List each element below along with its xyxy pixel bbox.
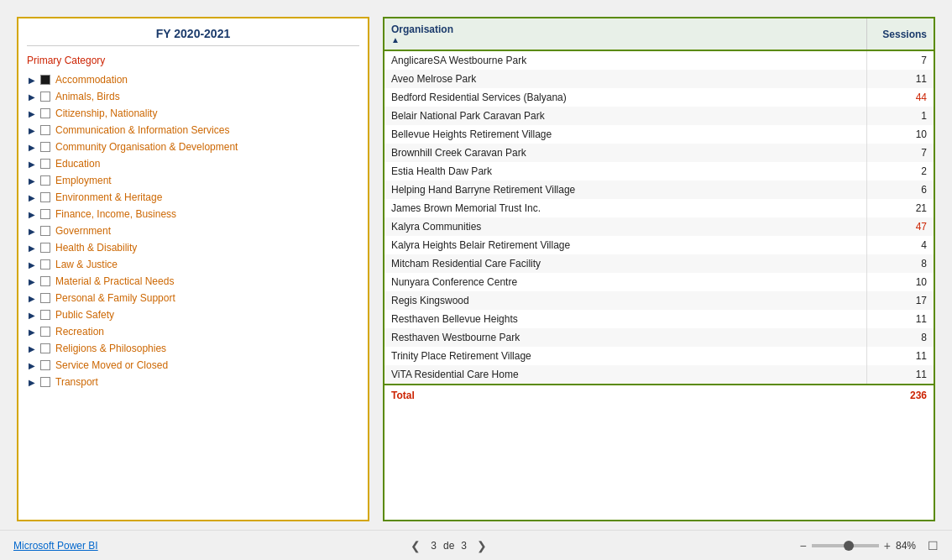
org-cell: AnglicareSA Westbourne Park: [384, 50, 866, 70]
expand-arrow-icon[interactable]: ▶: [29, 210, 37, 219]
sessions-cell: 11: [866, 70, 934, 88]
expand-arrow-icon[interactable]: ▶: [29, 344, 37, 353]
table-row[interactable]: Resthaven Westbourne Park8: [384, 328, 934, 347]
category-checkbox[interactable]: [40, 360, 50, 370]
expand-arrow-icon[interactable]: ▶: [29, 361, 37, 370]
category-checkbox[interactable]: [40, 259, 50, 270]
powerbi-link[interactable]: Microsoft Power BI: [13, 540, 98, 552]
table-row[interactable]: Estia Health Daw Park2: [384, 162, 934, 181]
sessions-cell: 11: [866, 347, 934, 365]
category-checkbox[interactable]: [40, 293, 50, 303]
category-checkbox[interactable]: [40, 276, 50, 286]
category-checkbox[interactable]: [40, 192, 50, 202]
prev-page-button[interactable]: ❮: [407, 539, 424, 552]
table-row[interactable]: Mitcham Residential Care Facility8: [384, 254, 934, 273]
expand-arrow-icon[interactable]: ▶: [29, 109, 37, 118]
category-item[interactable]: ▶Material & Practical Needs: [27, 273, 359, 290]
category-item[interactable]: ▶Environment & Heritage: [27, 189, 359, 206]
expand-arrow-icon[interactable]: ▶: [29, 243, 37, 253]
category-item[interactable]: ▶Transport: [27, 374, 359, 390]
category-label: Recreation: [55, 326, 104, 338]
expand-arrow-icon[interactable]: ▶: [29, 126, 37, 135]
table-row[interactable]: Helping Hand Barryne Retirement Village6: [384, 181, 934, 199]
org-header-label: Organisation: [391, 24, 453, 35]
category-checkbox[interactable]: [40, 159, 50, 169]
table-row[interactable]: James Brown Memorial Trust Inc.21: [384, 199, 934, 217]
expand-arrow-icon[interactable]: ▶: [29, 143, 37, 152]
category-checkbox[interactable]: [40, 108, 50, 118]
table-row[interactable]: Bedford Residential Services (Balyana)44: [384, 88, 934, 107]
expand-arrow-icon[interactable]: ▶: [29, 193, 37, 202]
category-item[interactable]: ▶Religions & Philosophies: [27, 340, 359, 357]
table-row[interactable]: Brownhill Creek Caravan Park7: [384, 144, 934, 162]
category-item[interactable]: ▶Recreation: [27, 323, 359, 340]
category-item[interactable]: ▶Animals, Birds: [27, 88, 359, 105]
category-checkbox[interactable]: [40, 226, 50, 236]
category-item[interactable]: ▶Public Safety: [27, 306, 359, 323]
table-row[interactable]: Kalyra Communities47: [384, 217, 934, 236]
next-page-button[interactable]: ❯: [473, 539, 490, 552]
page-total: 3: [461, 540, 467, 552]
zoom-in-icon[interactable]: +: [884, 539, 891, 552]
fullscreen-icon[interactable]: ☐: [928, 539, 939, 552]
category-item[interactable]: ▶Service Moved or Closed: [27, 357, 359, 374]
table-row[interactable]: Resthaven Bellevue Heights11: [384, 310, 934, 328]
expand-arrow-icon[interactable]: ▶: [29, 277, 37, 286]
category-checkbox[interactable]: [40, 377, 50, 387]
category-item[interactable]: ▶Government: [27, 222, 359, 239]
category-checkbox[interactable]: [40, 92, 50, 102]
category-checkbox[interactable]: [40, 125, 50, 135]
category-checkbox[interactable]: [40, 343, 50, 353]
category-checkbox[interactable]: [40, 175, 50, 186]
zoom-out-icon[interactable]: −: [800, 539, 807, 552]
expand-arrow-icon[interactable]: ▶: [29, 311, 37, 320]
table-row[interactable]: Kalyra Heights Belair Retirement Village…: [384, 236, 934, 254]
expand-arrow-icon[interactable]: ▶: [29, 227, 37, 236]
category-checkbox[interactable]: [40, 75, 50, 85]
category-checkbox[interactable]: [40, 310, 50, 320]
category-checkbox[interactable]: [40, 243, 50, 253]
table-row[interactable]: ViTA Residential Care Home11: [384, 365, 934, 385]
category-item[interactable]: ▶Community Organisation & Development: [27, 139, 359, 155]
expand-arrow-icon[interactable]: ▶: [29, 327, 37, 337]
table-row[interactable]: Belair National Park Caravan Park1: [384, 107, 934, 125]
expand-arrow-icon[interactable]: ▶: [29, 378, 37, 387]
expand-arrow-icon[interactable]: ▶: [29, 160, 37, 169]
category-checkbox[interactable]: [40, 209, 50, 219]
org-cell: Nunyara Conference Centre: [384, 273, 866, 291]
table-row[interactable]: Bellevue Heights Retirement Village10: [384, 125, 934, 144]
bottom-bar: Microsoft Power BI ❮ 3 de 3 ❯ − + 84% ☐: [0, 530, 952, 560]
org-column-header[interactable]: Organisation ▲: [384, 18, 866, 50]
category-label: Communication & Information Services: [55, 124, 229, 136]
table-row[interactable]: Trinity Place Retirement Village11: [384, 347, 934, 365]
expand-arrow-icon[interactable]: ▶: [29, 92, 37, 102]
category-label: Religions & Philosophies: [55, 343, 166, 354]
category-item[interactable]: ▶Personal & Family Support: [27, 290, 359, 306]
category-item[interactable]: ▶Accommodation: [27, 71, 359, 88]
category-label: Service Moved or Closed: [55, 359, 168, 371]
zoom-slider[interactable]: [812, 544, 879, 547]
sessions-cell: 8: [866, 328, 934, 347]
category-item[interactable]: ▶Communication & Information Services: [27, 122, 359, 139]
expand-arrow-icon[interactable]: ▶: [29, 294, 37, 303]
expand-arrow-icon[interactable]: ▶: [29, 76, 37, 85]
table-row[interactable]: AnglicareSA Westbourne Park7: [384, 50, 934, 70]
category-item[interactable]: ▶Law & Justice: [27, 256, 359, 273]
category-checkbox[interactable]: [40, 327, 50, 337]
category-item[interactable]: ▶Education: [27, 155, 359, 172]
sessions-cell: 7: [866, 50, 934, 70]
table-row[interactable]: Regis Kingswood17: [384, 291, 934, 310]
category-item[interactable]: ▶Citizenship, Nationality: [27, 105, 359, 122]
expand-arrow-icon[interactable]: ▶: [29, 260, 37, 270]
table-row[interactable]: Aveo Melrose Park11: [384, 70, 934, 88]
expand-arrow-icon[interactable]: ▶: [29, 176, 37, 186]
org-cell: Resthaven Bellevue Heights: [384, 310, 866, 328]
category-checkbox[interactable]: [40, 142, 50, 152]
data-table: Organisation ▲ Sessions AnglicareSA West…: [384, 18, 934, 406]
sessions-column-header[interactable]: Sessions: [866, 18, 934, 50]
table-scroll[interactable]: Organisation ▲ Sessions AnglicareSA West…: [384, 18, 934, 520]
table-row[interactable]: Nunyara Conference Centre10: [384, 273, 934, 291]
category-item[interactable]: ▶Health & Disability: [27, 239, 359, 256]
category-item[interactable]: ▶Finance, Income, Business: [27, 206, 359, 222]
category-item[interactable]: ▶Employment: [27, 172, 359, 189]
